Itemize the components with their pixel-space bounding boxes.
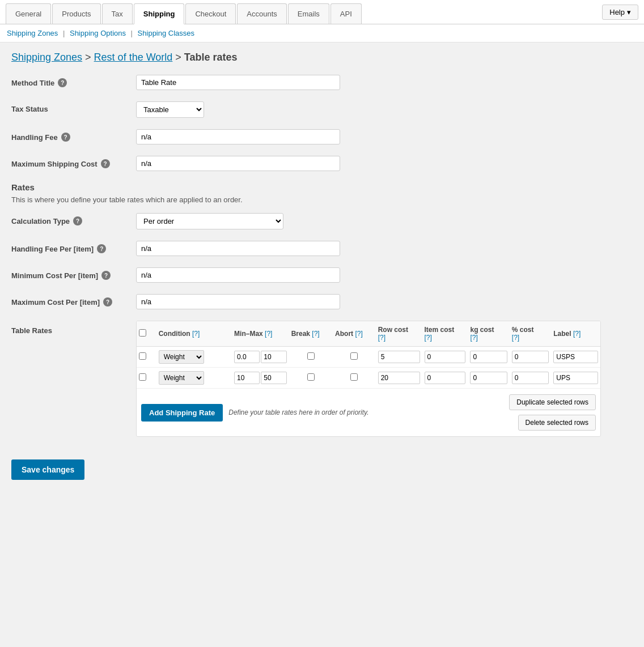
tab-tax[interactable]: Tax	[102, 3, 133, 24]
row1-condition-cell: Weight Price Item count	[156, 347, 232, 368]
item-cost-help-link[interactable]: [?]	[425, 334, 432, 342]
calculation-type-select[interactable]: Per order Per item Per line item Per cla…	[136, 213, 283, 229]
tab-checkout[interactable]: Checkout	[185, 3, 236, 24]
row2-abort-checkbox[interactable]	[350, 373, 358, 381]
row2-condition-select[interactable]: Weight Price Item count	[159, 371, 204, 385]
row2-label-input[interactable]	[553, 372, 598, 384]
row2-row-cost-cell	[376, 368, 422, 389]
row2-check-cell	[137, 368, 156, 389]
tab-shipping[interactable]: Shipping	[134, 3, 185, 24]
minmax-help-link[interactable]: [?]	[265, 330, 272, 338]
row1-pct-cost-input[interactable]	[512, 351, 549, 363]
max-cost-per-item-input[interactable]	[136, 294, 340, 309]
th-kg-cost: kg cost [?]	[468, 321, 509, 347]
subnav-divider-2: |	[131, 29, 135, 37]
row2-kg-cost-input[interactable]	[470, 372, 507, 384]
row2-row-cost-input[interactable]	[378, 372, 420, 384]
row1-condition-select[interactable]: Weight Price Item count	[159, 350, 204, 364]
row1-min-input[interactable]	[234, 351, 260, 363]
handling-fee-label: Handling Fee ?	[11, 129, 136, 142]
breadcrumb-rest-of-world[interactable]: Rest of the World	[94, 52, 173, 63]
method-title-field	[136, 75, 601, 90]
help-button[interactable]: Help ▾	[602, 5, 638, 20]
calculation-type-help-icon[interactable]: ?	[73, 216, 82, 225]
row2-item-cost-cell	[422, 368, 468, 389]
row2-break-cell	[289, 368, 333, 389]
max-cost-per-item-help-icon[interactable]: ?	[103, 297, 112, 307]
subnav-shipping-zones[interactable]: Shipping Zones	[7, 29, 58, 37]
row1-item-cost-input[interactable]	[425, 351, 466, 363]
row1-kg-cost-input[interactable]	[470, 351, 507, 363]
help-label: Help	[609, 8, 625, 16]
method-title-input[interactable]	[136, 75, 340, 90]
row2-max-input[interactable]	[261, 372, 286, 384]
tab-products[interactable]: Products	[52, 3, 100, 24]
tax-status-select[interactable]: Taxable None	[136, 101, 204, 118]
condition-help-link[interactable]: [?]	[192, 330, 200, 338]
subnav-shipping-classes[interactable]: Shipping Classes	[138, 29, 194, 37]
handling-fee-per-item-help-icon[interactable]: ?	[97, 244, 106, 253]
breadcrumb-current: Table rates	[184, 52, 238, 63]
rates-table-wrap: Condition [?] Min–Max [?] Break [?] Ab	[136, 321, 601, 437]
label-help-link[interactable]: [?]	[573, 330, 581, 338]
handling-fee-help-icon[interactable]: ?	[61, 133, 70, 142]
th-label-col: Label [?]	[551, 321, 600, 347]
rates-table: Condition [?] Min–Max [?] Break [?] Ab	[137, 321, 600, 389]
min-cost-per-item-help-icon[interactable]: ?	[101, 271, 111, 280]
tab-accounts[interactable]: Accounts	[237, 3, 286, 24]
table-rates-label: Table Rates	[11, 321, 136, 335]
table-row: Weight Price Item count	[137, 368, 600, 389]
th-abort: Abort [?]	[333, 321, 376, 347]
row1-kg-cost-cell	[468, 347, 509, 368]
kg-cost-help-link[interactable]: [?]	[470, 334, 477, 342]
tab-general[interactable]: General	[6, 3, 51, 24]
handling-fee-input[interactable]	[136, 129, 340, 144]
tab-emails[interactable]: Emails	[288, 3, 329, 24]
tab-bar: General Products Tax Shipping Checkout A…	[6, 0, 363, 24]
table-footer: Add Shipping Rate Define your table rate…	[137, 389, 600, 436]
handling-fee-per-item-field	[136, 241, 601, 256]
row2-checkbox[interactable]	[139, 373, 146, 381]
row1-minmax-inputs	[234, 351, 287, 363]
subnav-shipping-options[interactable]: Shipping Options	[70, 29, 126, 37]
delete-selected-button[interactable]: Delete selected rows	[518, 415, 596, 431]
method-title-row: Method Title ?	[11, 75, 601, 90]
row-cost-help-link[interactable]: [?]	[378, 334, 385, 342]
breadcrumb-shipping-zones[interactable]: Shipping Zones	[11, 52, 82, 63]
select-all-checkbox[interactable]	[139, 329, 146, 337]
row1-abort-checkbox[interactable]	[350, 352, 358, 360]
add-shipping-rate-button[interactable]: Add Shipping Rate	[141, 404, 223, 422]
row2-abort-cell	[333, 368, 376, 389]
row2-condition-cell: Weight Price Item count	[156, 368, 232, 389]
row1-max-input[interactable]	[261, 351, 286, 363]
method-title-help-icon[interactable]: ?	[58, 78, 67, 87]
th-minmax: Min–Max [?]	[232, 321, 289, 347]
table-rates-row: Table Rates Condition [?] Min–Max	[11, 321, 601, 437]
sub-nav: Shipping Zones | Shipping Options | Ship…	[0, 24, 644, 42]
max-cost-per-item-field	[136, 294, 601, 309]
row1-row-cost-input[interactable]	[378, 351, 420, 363]
handling-fee-per-item-input[interactable]	[136, 241, 340, 256]
abort-help-link[interactable]: [?]	[355, 330, 362, 338]
break-help-link[interactable]: [?]	[312, 330, 319, 338]
row1-break-checkbox[interactable]	[307, 352, 315, 360]
row2-break-checkbox[interactable]	[307, 373, 315, 381]
rates-heading: Rates	[11, 182, 601, 192]
row1-checkbox[interactable]	[139, 352, 146, 360]
row2-pct-cost-cell	[510, 368, 551, 389]
row2-pct-cost-input[interactable]	[512, 372, 549, 384]
max-shipping-cost-row: Maximum Shipping Cost ?	[11, 156, 601, 171]
save-changes-button[interactable]: Save changes	[11, 459, 84, 480]
row1-label-input[interactable]	[553, 351, 598, 363]
max-shipping-cost-input[interactable]	[136, 156, 340, 171]
max-shipping-cost-help-icon[interactable]: ?	[101, 159, 110, 168]
pct-cost-help-link[interactable]: [?]	[512, 334, 519, 342]
duplicate-selected-button[interactable]: Duplicate selected rows	[509, 394, 596, 410]
th-row-cost: Row cost [?]	[376, 321, 422, 347]
min-cost-per-item-input[interactable]	[136, 267, 340, 283]
row2-item-cost-input[interactable]	[425, 372, 466, 384]
top-bar: General Products Tax Shipping Checkout A…	[0, 0, 644, 24]
row2-min-input[interactable]	[234, 372, 260, 384]
tab-api[interactable]: API	[331, 3, 362, 24]
th-select-all	[137, 321, 156, 347]
